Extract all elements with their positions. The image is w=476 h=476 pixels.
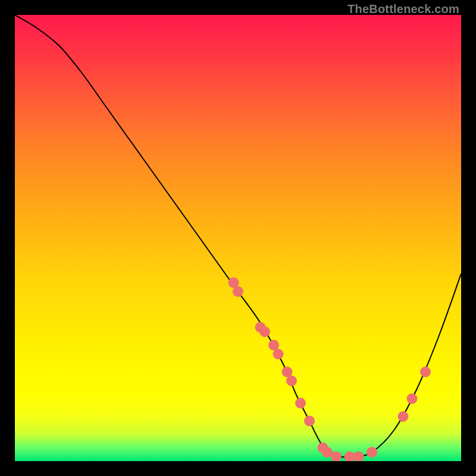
data-point (420, 367, 431, 377)
data-point (353, 452, 364, 462)
data-point (398, 411, 409, 422)
chart-scatter-points (228, 277, 431, 461)
watermark-label: TheBottleneck.com (347, 2, 459, 16)
data-point (259, 327, 270, 337)
data-point (286, 375, 297, 386)
data-point (304, 416, 315, 427)
chart-svg (15, 15, 461, 461)
chart-curve (15, 15, 461, 457)
data-point (407, 393, 418, 404)
data-point (273, 349, 284, 359)
data-point (233, 286, 243, 297)
chart-container (15, 15, 461, 461)
data-point (295, 398, 306, 409)
curve-path (15, 15, 461, 457)
data-point (367, 447, 377, 458)
